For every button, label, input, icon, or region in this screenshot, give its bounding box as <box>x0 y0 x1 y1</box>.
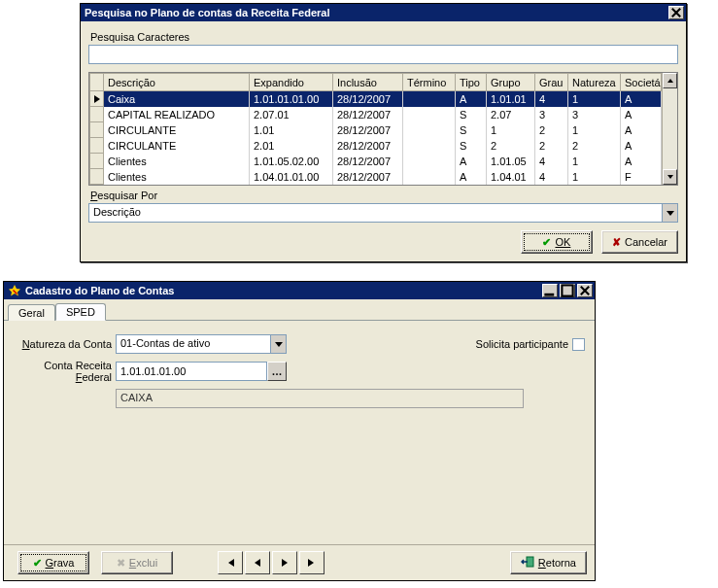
col-header[interactable]: Descrição <box>104 74 250 91</box>
searchby-label: Pesquisar Por <box>90 190 678 201</box>
tab-sped[interactable]: SPED <box>55 303 106 321</box>
retorna-button[interactable]: Retorna <box>510 551 587 574</box>
searchby-select[interactable]: Descrição <box>88 203 678 223</box>
cadastro-title: Cadastro do Plano de Contas <box>25 285 174 296</box>
results-grid: DescriçãoExpandidoInclusãoTérminoTipoGru… <box>88 72 678 186</box>
cell: 2 <box>568 138 621 154</box>
cell: A <box>456 154 487 169</box>
scroll-down-button[interactable] <box>663 169 677 185</box>
col-header[interactable]: Natureza <box>568 74 621 91</box>
cell: A <box>621 154 662 169</box>
record-nav <box>218 551 325 574</box>
nav-next-button[interactable] <box>272 551 297 574</box>
search-close-button[interactable] <box>668 6 684 19</box>
col-header[interactable]: Grupo <box>487 74 535 91</box>
results-table[interactable]: DescriçãoExpandidoInclusãoTérminoTipoGru… <box>89 73 662 185</box>
table-row[interactable]: CAPITAL REALIZADO2.07.0128/12/2007S2.073… <box>90 107 662 122</box>
cell: CIRCULANTE <box>104 138 250 154</box>
cell <box>403 122 456 138</box>
col-header[interactable]: Término <box>403 74 456 91</box>
cell: 1.04.01.01.00 <box>250 169 333 185</box>
cell: S <box>456 138 487 154</box>
cell: 4 <box>535 169 568 185</box>
cell: 1 <box>568 154 621 169</box>
conta-input[interactable] <box>116 362 267 381</box>
conta-label: Conta Receita Federal <box>14 360 116 383</box>
sped-form: Natureza da Conta 01-Contas de ativo Sol… <box>4 321 595 544</box>
cell <box>403 169 456 185</box>
cell <box>403 154 456 169</box>
search-dialog: Pesquisa no Plano de contas da Receita F… <box>80 3 687 262</box>
conta-lookup-button[interactable]: … <box>267 362 287 381</box>
cell: 1.01.05.02.00 <box>250 154 333 169</box>
cell: 1 <box>568 122 621 138</box>
scroll-up-button[interactable] <box>663 73 677 88</box>
cell: A <box>621 138 662 154</box>
col-header[interactable]: Inclusão <box>333 74 403 91</box>
cell: 2 <box>535 122 568 138</box>
cell: 1 <box>568 91 621 107</box>
cell: CIRCULANTE <box>104 122 250 138</box>
return-icon <box>521 555 534 571</box>
table-row[interactable]: CIRCULANTE1.0128/12/2007S121A <box>90 122 662 138</box>
natureza-combo[interactable]: 01-Contas de ativo <box>116 334 287 354</box>
cell: 1.01.01.01.00 <box>250 91 333 107</box>
ok-button[interactable]: ✔ OK <box>521 230 593 254</box>
natureza-dropdown-button[interactable] <box>270 335 286 353</box>
col-header[interactable]: Tipo <box>456 74 487 91</box>
solicita-label: Solicita participante <box>476 338 568 350</box>
check-icon: ✔ <box>33 557 42 570</box>
cell: A <box>621 107 662 122</box>
cell: 28/12/2007 <box>333 107 403 122</box>
grid-scrollbar[interactable] <box>662 73 677 185</box>
table-row[interactable]: Clientes1.01.05.02.0028/12/2007A1.01.054… <box>90 154 662 169</box>
minimize-button[interactable] <box>542 284 558 297</box>
cell <box>403 138 456 154</box>
cadastro-titlebar[interactable]: Cadastro do Plano de Contas <box>4 282 595 299</box>
table-row[interactable]: Clientes1.04.01.01.0028/12/2007A1.04.014… <box>90 169 662 185</box>
nav-last-button[interactable] <box>299 551 325 574</box>
cancel-button[interactable]: ✘ Cancelar <box>601 230 678 254</box>
col-header[interactable]: Expandido <box>250 74 333 91</box>
cell: CAPITAL REALIZADO <box>104 107 250 122</box>
col-header[interactable]: Societária/Fiscal <box>621 74 662 91</box>
nav-first-button[interactable] <box>218 551 243 574</box>
cell: Caixa <box>104 91 250 107</box>
cell: 2.01 <box>250 138 333 154</box>
table-row[interactable]: Caixa1.01.01.01.0028/12/2007A1.01.0141A <box>90 91 662 107</box>
cell: F <box>621 169 662 185</box>
searchby-value: Descrição <box>89 204 662 222</box>
cell: 1 <box>487 122 535 138</box>
natureza-label: Natureza da Conta <box>14 338 116 350</box>
close-button[interactable] <box>577 284 593 297</box>
solicita-checkbox[interactable] <box>572 338 585 351</box>
search-chars-input[interactable] <box>88 45 678 64</box>
cell: A <box>456 91 487 107</box>
cell: 1.01.05 <box>487 154 535 169</box>
col-header[interactable]: Grau <box>535 74 568 91</box>
chevron-down-icon <box>667 211 674 216</box>
app-icon <box>8 284 21 297</box>
table-row[interactable]: CIRCULANTE2.0128/12/2007S222A <box>90 138 662 154</box>
cell: 2.07 <box>487 107 535 122</box>
svg-rect-2 <box>527 557 533 567</box>
exclui-button: ✖ Exclui <box>101 551 173 574</box>
grava-button[interactable]: ✔ Grava <box>17 551 89 574</box>
cell: 3 <box>535 107 568 122</box>
search-title: Pesquisa no Plano de contas da Receita F… <box>85 7 329 18</box>
cell <box>403 91 456 107</box>
maximize-button[interactable] <box>560 284 575 297</box>
cadastro-window: Cadastro do Plano de Contas Geral SPED N… <box>3 281 596 581</box>
svg-rect-1 <box>562 285 572 295</box>
cell: 1 <box>568 169 621 185</box>
cell: A <box>621 122 662 138</box>
tab-geral[interactable]: Geral <box>8 304 55 321</box>
searchby-dropdown-button[interactable] <box>662 204 677 222</box>
cell: 28/12/2007 <box>333 138 403 154</box>
cell: 2.07.01 <box>250 107 333 122</box>
search-titlebar[interactable]: Pesquisa no Plano de contas da Receita F… <box>81 4 686 21</box>
cell: 1.01 <box>250 122 333 138</box>
cell: 4 <box>535 154 568 169</box>
svg-rect-0 <box>544 294 554 296</box>
nav-prev-button[interactable] <box>245 551 270 574</box>
